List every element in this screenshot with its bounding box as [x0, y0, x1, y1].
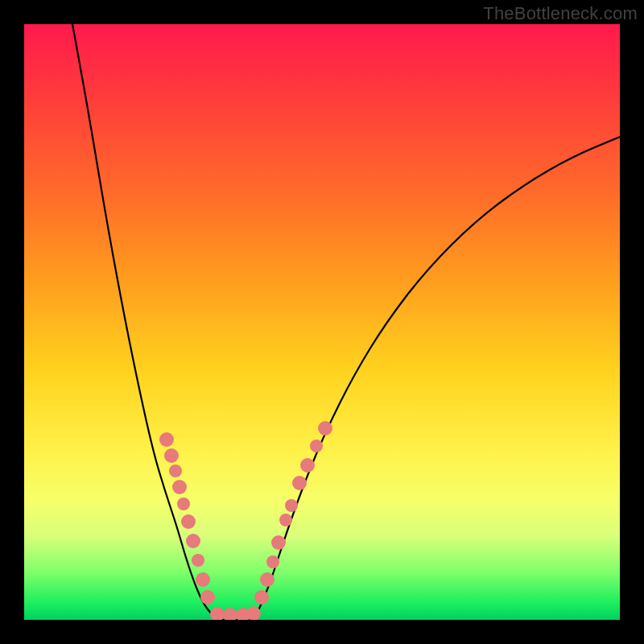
bead-marker — [260, 572, 275, 587]
bead-marker — [254, 590, 269, 605]
watermark-text: TheBottleneck.com — [483, 3, 638, 24]
bead-marker — [192, 554, 204, 567]
bead-marker — [159, 432, 174, 447]
bead-marker — [172, 480, 187, 494]
bead-marker — [279, 514, 292, 526]
bead-marker — [318, 421, 332, 436]
right-curve — [254, 137, 620, 620]
bead-marker — [285, 499, 298, 512]
bead-marker — [196, 572, 210, 587]
bead-marker — [266, 555, 279, 568]
bead-marker — [292, 476, 307, 490]
bead-marker — [164, 448, 179, 463]
plot-area — [24, 24, 620, 620]
bead-marker — [177, 497, 190, 510]
bead-marker — [300, 458, 315, 473]
bead-marker — [223, 608, 237, 620]
chart-frame: TheBottleneck.com — [0, 0, 644, 644]
bead-marker — [210, 607, 225, 620]
curve-layer — [24, 24, 620, 620]
left-curve — [72, 24, 217, 620]
bead-marker — [310, 440, 323, 452]
bead-marker — [186, 534, 200, 548]
bead-group — [159, 421, 332, 620]
bead-marker — [271, 535, 286, 550]
bead-marker — [169, 464, 182, 477]
bead-marker — [181, 514, 196, 529]
bead-marker — [200, 590, 215, 605]
